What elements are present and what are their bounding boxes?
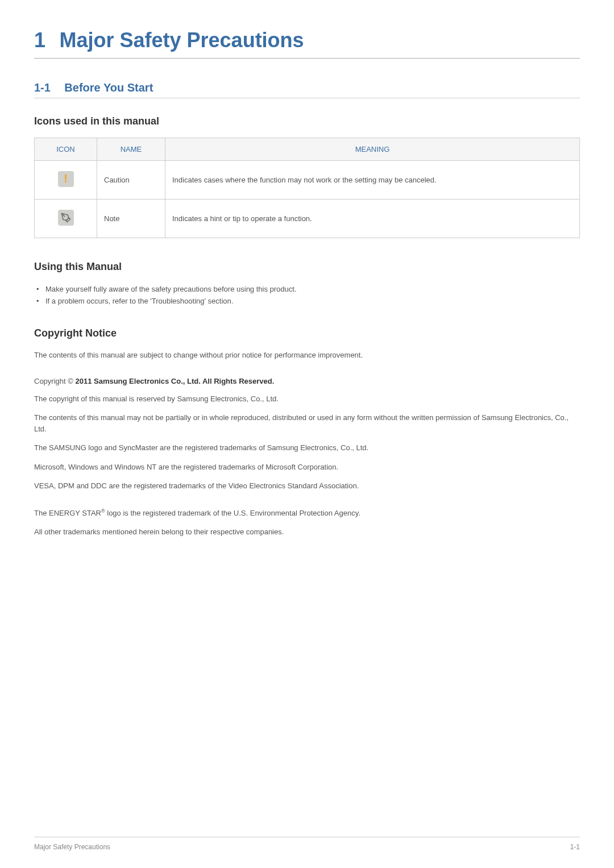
copyright-prefix: Copyright © — [34, 377, 75, 385]
section-number: 1-1 — [34, 81, 51, 94]
icons-table: ICON NAME MEANING Caution Indicates case… — [34, 138, 580, 238]
copyright-para: The contents of this manual may not be p… — [34, 412, 580, 434]
copyright-bold: 2011 Samsung Electronics Co., Ltd. All R… — [75, 377, 274, 385]
name-cell: Note — [97, 200, 165, 238]
list-item: Make yourself fully aware of the safety … — [34, 283, 580, 295]
header-name: NAME — [97, 138, 165, 161]
chapter-number: 1 — [34, 28, 45, 52]
table-header-row: ICON NAME MEANING — [35, 138, 580, 161]
icon-cell — [35, 161, 97, 200]
meaning-cell: Indicates a hint or tip to operate a fun… — [165, 200, 580, 238]
copyright-intro: The contents of this manual are subject … — [34, 350, 580, 361]
header-icon: ICON — [35, 138, 97, 161]
chapter-title: Major Safety Precautions — [59, 28, 304, 52]
caution-icon — [58, 171, 74, 187]
trademarks-other: All other trademarks mentioned herein be… — [34, 526, 580, 538]
name-cell: Caution — [97, 161, 165, 200]
section-heading: 1-1 Before You Start — [34, 81, 580, 98]
note-icon — [58, 210, 74, 226]
chapter-heading: 1 Major Safety Precautions — [34, 28, 580, 59]
energy-star-prefix: The ENERGY STAR — [34, 509, 101, 517]
copyright-section: Copyright Notice The contents of this ma… — [34, 327, 580, 538]
header-meaning: MEANING — [165, 138, 580, 161]
list-item: If a problem occurs, refer to the 'Troub… — [34, 295, 580, 307]
copyright-para: VESA, DPM and DDC are the registered tra… — [34, 480, 580, 492]
copyright-para: The SAMSUNG logo and SyncMaster are the … — [34, 442, 580, 454]
footer-right: 1-1 — [570, 843, 580, 851]
using-manual-section: Using this Manual Make yourself fully aw… — [34, 261, 580, 307]
table-row: Note Indicates a hint or tip to operate … — [35, 200, 580, 238]
copyright-line: Copyright © 2011 Samsung Electronics Co.… — [34, 377, 580, 385]
icons-heading: Icons used in this manual — [34, 115, 580, 127]
registered-symbol: ® — [101, 508, 105, 514]
energy-star-para: The ENERGY STAR® logo is the registered … — [34, 508, 580, 519]
icons-section: Icons used in this manual ICON NAME MEAN… — [34, 115, 580, 238]
using-manual-heading: Using this Manual — [34, 261, 580, 273]
copyright-para: Microsoft, Windows and Windows NT are th… — [34, 462, 580, 473]
page-footer: Major Safety Precautions 1-1 — [34, 837, 580, 851]
copyright-heading: Copyright Notice — [34, 327, 580, 339]
meaning-cell: Indicates cases where the function may n… — [165, 161, 580, 200]
icon-cell — [35, 200, 97, 238]
energy-star-suffix: logo is the registered trademark of the … — [105, 509, 360, 517]
table-row: Caution Indicates cases where the functi… — [35, 161, 580, 200]
using-manual-list: Make yourself fully aware of the safety … — [34, 283, 580, 307]
copyright-para: The copyright of this manual is reserved… — [34, 393, 580, 405]
section-title: Before You Start — [64, 81, 153, 94]
footer-left: Major Safety Precautions — [34, 843, 110, 851]
